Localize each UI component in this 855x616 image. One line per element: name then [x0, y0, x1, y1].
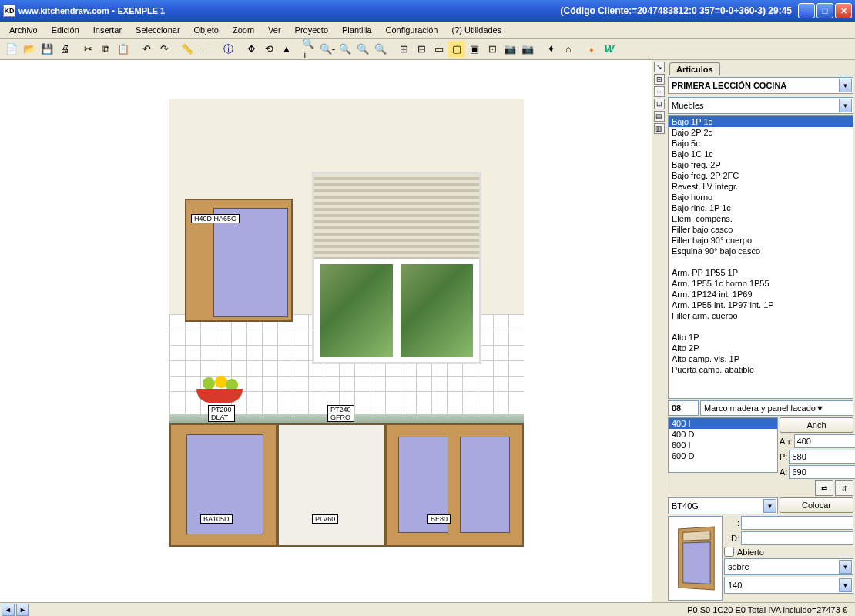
variant-item[interactable]: 600 D	[669, 450, 777, 461]
h-scrollbar[interactable]: ◄ ► P0 S0 1C20 E0 Total IVA incluido=274…	[0, 602, 855, 616]
cabinet-right[interactable]	[385, 424, 524, 547]
measure-icon[interactable]: 📏	[179, 41, 196, 58]
zoom-window-icon[interactable]: 🔍	[354, 41, 371, 58]
anch-button[interactable]: Anch	[780, 417, 853, 433]
tool-a-icon[interactable]: ✦	[542, 41, 559, 58]
list-item[interactable]: Puerta camp. abatible	[669, 364, 853, 375]
rotate-icon[interactable]: ⟲	[260, 41, 277, 58]
menu-zoom[interactable]: Zoom	[226, 23, 260, 37]
view3-icon[interactable]: ▭	[431, 41, 448, 58]
mt6-icon[interactable]: ▥	[654, 123, 665, 134]
dishwasher[interactable]	[277, 424, 385, 547]
flip-v-icon[interactable]: ⇵	[835, 480, 853, 496]
chevron-down-icon[interactable]: ▼	[839, 99, 852, 112]
camera2-icon[interactable]: 📷	[519, 41, 536, 58]
view4-icon[interactable]: ▢	[448, 41, 465, 58]
a-input[interactable]	[789, 465, 855, 479]
sobre-combo[interactable]: sobre▼	[724, 558, 853, 575]
copy-icon[interactable]: ⧉	[97, 41, 114, 58]
menu-archivo[interactable]: Archivo	[3, 23, 44, 37]
paste-icon[interactable]: 📋	[115, 41, 132, 58]
chevron-down-icon[interactable]: ▼	[816, 403, 824, 413]
list-item[interactable]: Alto 1P	[669, 332, 853, 343]
menu-configuracin[interactable]: Configuración	[380, 23, 444, 37]
variant-list[interactable]: 400 I400 D600 I600 D	[668, 417, 778, 473]
category-combo[interactable]: Muebles▼	[668, 97, 853, 114]
list-item[interactable]: Esquina 90° bajo casco	[669, 246, 853, 256]
mt4-icon[interactable]: ⊡	[654, 99, 665, 109]
mt3-icon[interactable]: ↔	[654, 86, 665, 97]
i-input[interactable]	[741, 516, 853, 530]
list-item[interactable]: Arm. 1P124 int. 1P69	[669, 289, 853, 300]
d-input[interactable]	[741, 531, 853, 545]
chevron-down-icon[interactable]: ▼	[839, 578, 852, 592]
view1-icon[interactable]: ⊞	[395, 41, 412, 58]
menu-seleccionar[interactable]: Seleccionar	[129, 23, 186, 37]
wall-icon[interactable]: ⌐	[196, 41, 213, 58]
print-icon[interactable]: 🖨	[56, 41, 73, 58]
menu-ver[interactable]: Ver	[262, 23, 287, 37]
maximize-button[interactable]: □	[816, 3, 833, 18]
list-item[interactable]: Alto camp. vis. 1P	[669, 353, 853, 364]
list-item[interactable]: Arm. 1P55 1c horno 1P55	[669, 278, 853, 289]
list-item[interactable]: Filler arm. cuerpo	[669, 310, 853, 321]
menu-proyecto[interactable]: Proyecto	[289, 23, 334, 37]
tool-c-icon[interactable]: ⬧	[583, 41, 600, 58]
variant-item[interactable]: 600 I	[669, 440, 777, 450]
undo-icon[interactable]: ↶	[138, 41, 155, 58]
zoom-in-icon[interactable]: 🔍+	[301, 41, 318, 58]
variant-item[interactable]: 400 I	[669, 418, 777, 429]
abierto-checkbox[interactable]	[724, 547, 734, 557]
redo-icon[interactable]: ↷	[156, 41, 173, 58]
list-item[interactable]: Bajo freg. 2P	[669, 159, 853, 170]
colocar-button[interactable]: Colocar	[780, 497, 853, 513]
variant-item[interactable]: 400 D	[669, 429, 777, 440]
list-item[interactable]: Bajo 1P 1c	[669, 116, 853, 127]
list-item[interactable]: Bajo freg. 2P 2FC	[669, 170, 853, 181]
open-icon[interactable]: 📂	[21, 41, 38, 58]
mt2-icon[interactable]: ⊞	[654, 74, 665, 85]
menu-edicin[interactable]: Edición	[45, 23, 86, 37]
minimize-button[interactable]: _	[798, 3, 815, 18]
list-item[interactable]: Bajo 2P 2c	[669, 127, 853, 138]
mt5-icon[interactable]: ▤	[654, 111, 665, 122]
tool-w-icon[interactable]: W	[601, 41, 618, 58]
scroll-left-icon[interactable]: ◄	[2, 604, 15, 616]
chevron-down-icon[interactable]: ▼	[839, 79, 852, 92]
cut-icon[interactable]: ✂	[79, 41, 96, 58]
camera1-icon[interactable]: 📷	[501, 41, 518, 58]
list-item[interactable]: Revest. LV integr.	[669, 181, 853, 192]
canvas[interactable]: H40D HA65G PT200 DLAT PT240 GFRO BA105D …	[0, 60, 666, 602]
view6-icon[interactable]: ⊡	[484, 41, 501, 58]
list-item[interactable]: Bajo horno	[669, 192, 853, 203]
alt-combo[interactable]: 140▼	[724, 577, 853, 594]
chevron-down-icon[interactable]: ▼	[839, 560, 852, 574]
chevron-down-icon[interactable]: ▼	[763, 499, 776, 513]
desc-combo[interactable]: Marco madera y panel lacado▼	[700, 400, 853, 416]
tab-articulos[interactable]: Articulos	[669, 62, 720, 75]
list-item[interactable]: Alto 2P	[669, 343, 853, 353]
flip-h-icon[interactable]: ⇄	[815, 480, 833, 496]
view5-icon[interactable]: ▣	[466, 41, 483, 58]
menu-objeto[interactable]: Objeto	[188, 23, 225, 37]
an-input[interactable]	[794, 434, 855, 448]
list-item[interactable]: Bajo 5c	[669, 138, 853, 149]
list-item[interactable]: Arm. PP 1P55 1P	[669, 267, 853, 278]
list-item[interactable]: Bajo 1C 1c	[669, 149, 853, 159]
list-item[interactable]	[669, 321, 853, 332]
lesson-combo[interactable]: PRIMERA LECCIÓN COCINA▼	[668, 77, 853, 94]
save-icon[interactable]: 💾	[39, 41, 55, 58]
list-item[interactable]: Elem. compens.	[669, 213, 853, 224]
menu-plantilla[interactable]: Plantilla	[336, 23, 378, 37]
zoom-prev-icon[interactable]: 🔍	[372, 41, 389, 58]
menu-utilidades[interactable]: (?) Utilidades	[445, 23, 508, 37]
list-item[interactable]: Filler bajo casco	[669, 224, 853, 235]
mt1-icon[interactable]: ↘	[654, 62, 665, 72]
close-button[interactable]: ✕	[835, 3, 852, 18]
list-item[interactable]: Arm. 1P55 int. 1P97 int. 1P	[669, 300, 853, 310]
zoom-fit-icon[interactable]: 🔍	[337, 41, 354, 58]
menu-insertar[interactable]: Insertar	[87, 23, 128, 37]
ref-combo[interactable]: BT40G▼	[668, 497, 778, 514]
item-list[interactable]: Bajo 1P 1cBajo 2P 2cBajo 5cBajo 1C 1cBaj…	[668, 116, 853, 399]
scroll-right-icon[interactable]: ►	[16, 604, 29, 616]
